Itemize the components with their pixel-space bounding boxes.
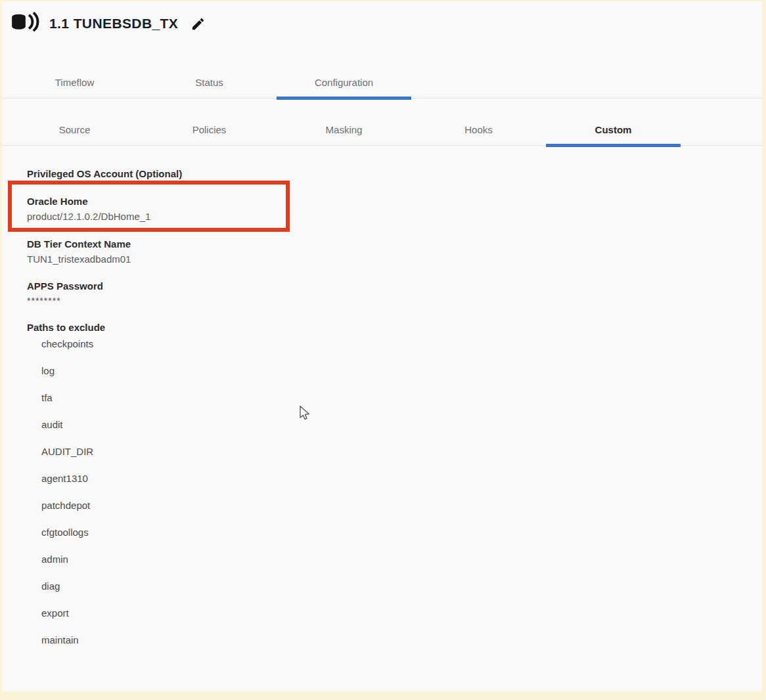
path-item: checkpoints xyxy=(41,338,447,350)
path-item: admin xyxy=(41,553,447,565)
field-value: ******** xyxy=(27,295,447,307)
path-item: log xyxy=(41,364,447,377)
field-value: TUN1_tristexadbadm01 xyxy=(27,253,447,265)
tab-configuration[interactable]: Configuration xyxy=(277,67,411,98)
page-container: 1.1 TUNEBSDB_TX Timeflow Status Configur… xyxy=(2,1,762,691)
virtual-database-icon xyxy=(11,12,41,35)
secondary-tab-bar: Source Policies Masking Hooks Custom xyxy=(2,114,762,146)
path-item: patchdepot xyxy=(41,499,447,512)
path-item: cfgtoollogs xyxy=(41,526,447,538)
path-item: maintain xyxy=(41,634,447,646)
subtab-custom[interactable]: Custom xyxy=(546,114,681,145)
page-title: 1.1 TUNEBSDB_TX xyxy=(49,16,178,32)
field-label: Paths to exclude xyxy=(27,321,447,334)
tab-status[interactable]: Status xyxy=(142,67,277,98)
subtab-hooks[interactable]: Hooks xyxy=(411,114,546,145)
primary-tab-bar: Timeflow Status Configuration xyxy=(2,67,762,98)
field-db-tier-context-name: DB Tier Context Name TUN1_tristexadbadm0… xyxy=(27,238,447,265)
field-paths-to-exclude: Paths to exclude checkpoints log tfa aud… xyxy=(27,321,447,646)
subtab-source[interactable]: Source xyxy=(7,114,142,145)
field-label: APPS Password xyxy=(27,280,447,292)
path-item: audit xyxy=(41,418,447,431)
page-header: 1.1 TUNEBSDB_TX xyxy=(11,9,206,38)
custom-config-panel: Privileged OS Account (Optional) Oracle … xyxy=(27,167,447,661)
field-value: product/12.1.0.2/DbHome_1 xyxy=(27,210,447,223)
tab-timeflow[interactable]: Timeflow xyxy=(7,67,142,98)
path-item: tfa xyxy=(41,391,447,404)
field-privileged-os-account: Privileged OS Account (Optional) xyxy=(27,167,447,180)
paths-list: checkpoints log tfa audit AUDIT_DIR agen… xyxy=(27,338,447,646)
subtab-policies[interactable]: Policies xyxy=(142,114,277,145)
path-item: diag xyxy=(41,580,447,592)
path-item: agent1310 xyxy=(41,472,447,485)
path-item: AUDIT_DIR xyxy=(41,445,447,458)
pencil-icon[interactable] xyxy=(190,16,206,32)
field-label: Privileged OS Account (Optional) xyxy=(27,167,447,180)
subtab-masking[interactable]: Masking xyxy=(277,114,411,145)
mouse-cursor-icon xyxy=(299,405,313,425)
field-oracle-home: Oracle Home product/12.1.0.2/DbHome_1 xyxy=(27,195,447,223)
field-apps-password: APPS Password ******** xyxy=(27,280,447,307)
path-item: export xyxy=(41,607,447,619)
field-label: Oracle Home xyxy=(27,195,447,208)
field-label: DB Tier Context Name xyxy=(27,238,447,250)
